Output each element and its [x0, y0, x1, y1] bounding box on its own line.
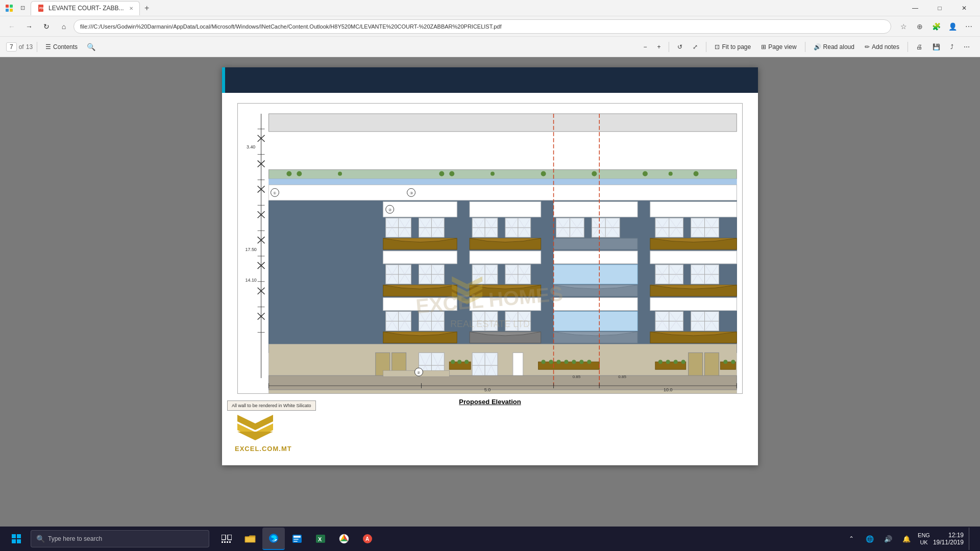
- fit-page-button[interactable]: ⊡ Fit to page: [710, 42, 755, 52]
- read-aloud-button[interactable]: 🔊 Read aloud: [810, 42, 859, 52]
- title-bar-right: — □ ✕: [903, 0, 976, 16]
- svg-rect-55: [383, 202, 457, 217]
- svg-rect-48: [269, 179, 737, 185]
- contents-icon: ☰: [45, 43, 51, 51]
- total-pages: 13: [26, 43, 33, 51]
- show-desktop-button[interactable]: [969, 528, 972, 550]
- minimize-button[interactable]: —: [903, 0, 927, 16]
- read-aloud-icon: 🔊: [814, 43, 821, 51]
- show-hidden-icons[interactable]: ⌃: [843, 531, 860, 547]
- legend-text: All wall to be rendered in White Silicat…: [232, 403, 311, 408]
- collections-icon[interactable]: ⊕: [913, 19, 927, 34]
- svg-rect-294: [224, 541, 226, 543]
- taskbar-apps: X A: [215, 528, 379, 550]
- back-button[interactable]: ←: [4, 19, 19, 34]
- svg-rect-290: [17, 539, 21, 543]
- address-bar[interactable]: file:///C:/Users/Godwin%20Darmanin/AppDa…: [74, 19, 891, 34]
- nav-bar: ← → ↻ ⌂ file:///C:/Users/Godwin%20Darman…: [0, 16, 980, 37]
- add-notes-icon: ✏: [865, 43, 870, 51]
- svg-point-259: [681, 360, 685, 364]
- share-button[interactable]: ⤴: [946, 42, 958, 52]
- taskbar-clock[interactable]: 12:19 19/11/2019: [933, 532, 964, 546]
- more-button[interactable]: ⋯: [960, 42, 974, 52]
- add-notes-button[interactable]: ✏ Add notes: [861, 42, 903, 52]
- divider-4: [805, 42, 805, 52]
- excel-taskbar[interactable]: X: [309, 528, 332, 550]
- settings-icon[interactable]: ⋯: [962, 19, 976, 34]
- forward-button[interactable]: →: [21, 19, 37, 34]
- svg-rect-153: [554, 265, 638, 284]
- pdf-tab-icon: PDF: [37, 4, 45, 12]
- volume-icon[interactable]: 🔊: [880, 531, 896, 547]
- svg-point-249: [564, 360, 568, 364]
- home-button[interactable]: ⌂: [56, 19, 71, 34]
- page-number-control: 7 of 13: [6, 42, 33, 52]
- svg-rect-300: [293, 539, 299, 540]
- favorites-icon[interactable]: ☆: [896, 19, 911, 34]
- profile-icon[interactable]: 👤: [945, 19, 960, 34]
- file-explorer-taskbar[interactable]: [239, 528, 261, 550]
- svg-point-246: [542, 360, 546, 364]
- taskview-button[interactable]: [215, 528, 238, 550]
- page-view-icon: ⊞: [761, 43, 766, 51]
- start-button[interactable]: [4, 527, 29, 551]
- of-label: of: [19, 43, 24, 51]
- edge-browser-taskbar[interactable]: [262, 528, 285, 550]
- taskbar-search[interactable]: 🔍 Type here to search: [31, 530, 209, 547]
- outlook-taskbar[interactable]: [286, 528, 308, 550]
- restore-icon: ⊡: [17, 3, 28, 13]
- svg-rect-0: [6, 5, 9, 8]
- chrome-taskbar[interactable]: [333, 528, 355, 550]
- svg-rect-301: [293, 541, 298, 542]
- network-icon[interactable]: 🌐: [862, 531, 878, 547]
- zoom-in-button[interactable]: +: [653, 42, 665, 52]
- elevation-drawing: 3.40 17.50 14.10: [237, 103, 743, 394]
- toolbar-left: 7 of 13 ☰ Contents 🔍: [6, 40, 98, 54]
- page-view-button[interactable]: ⊞ Page view: [757, 42, 800, 52]
- fit-page-icon: ⊡: [715, 43, 720, 51]
- svg-rect-291: [222, 535, 226, 540]
- content-area[interactable]: 3.40 17.50 14.10: [0, 57, 980, 527]
- pdf-page: 3.40 17.50 14.10: [222, 67, 758, 465]
- language-indicator[interactable]: ENG UK: [918, 532, 930, 546]
- contents-button[interactable]: ☰ Contents: [41, 42, 82, 52]
- svg-text:0.85: 0.85: [618, 374, 626, 379]
- svg-rect-174: [554, 298, 638, 311]
- zoom-out-button[interactable]: −: [639, 42, 651, 52]
- svg-rect-175: [650, 298, 737, 311]
- app-taskbar-6[interactable]: A: [356, 528, 379, 550]
- notification-icon[interactable]: 🔔: [898, 531, 915, 547]
- refresh-button[interactable]: ↻: [39, 19, 54, 34]
- print-button[interactable]: 🖨: [912, 42, 926, 52]
- svg-rect-292: [228, 535, 232, 540]
- svg-text:③: ③: [410, 191, 413, 195]
- svg-point-261: [723, 360, 727, 364]
- title-bar-left: ⊡: [4, 3, 28, 13]
- close-button[interactable]: ✕: [952, 0, 976, 16]
- search-button[interactable]: 🔍: [84, 40, 98, 54]
- svg-rect-204: [554, 312, 638, 331]
- svg-rect-121: [383, 251, 457, 264]
- chrome-icon: [339, 534, 349, 544]
- svg-point-42: [491, 172, 495, 176]
- rotate-button[interactable]: ↺: [673, 42, 687, 52]
- svg-rect-295: [227, 541, 228, 543]
- new-tab-button[interactable]: +: [140, 1, 154, 15]
- browser-tab-active[interactable]: PDF LEVANTE COURT- ZABB... ✕: [31, 1, 140, 15]
- svg-point-38: [297, 171, 302, 177]
- current-page[interactable]: 7: [6, 42, 17, 52]
- save-button[interactable]: 💾: [928, 42, 944, 52]
- tab-title: LEVANTE COURT- ZABB...: [48, 5, 124, 12]
- read-aloud-label: Read aloud: [823, 43, 854, 51]
- svg-rect-3: [10, 9, 13, 12]
- title-bar: ⊡ PDF LEVANTE COURT- ZABB... ✕ + — □ ✕: [0, 0, 980, 16]
- taskbar: 🔍 Type here to search: [0, 527, 980, 551]
- excel-logo-icon: [235, 412, 276, 443]
- full-screen-button[interactable]: ⤢: [689, 42, 702, 52]
- maximize-button[interactable]: □: [928, 0, 951, 16]
- svg-point-244: [464, 360, 469, 364]
- tab-close-button[interactable]: ✕: [129, 6, 133, 11]
- svg-text:②: ②: [388, 208, 391, 212]
- extensions-icon[interactable]: 🧩: [929, 19, 943, 34]
- excel-icon: X: [315, 534, 326, 544]
